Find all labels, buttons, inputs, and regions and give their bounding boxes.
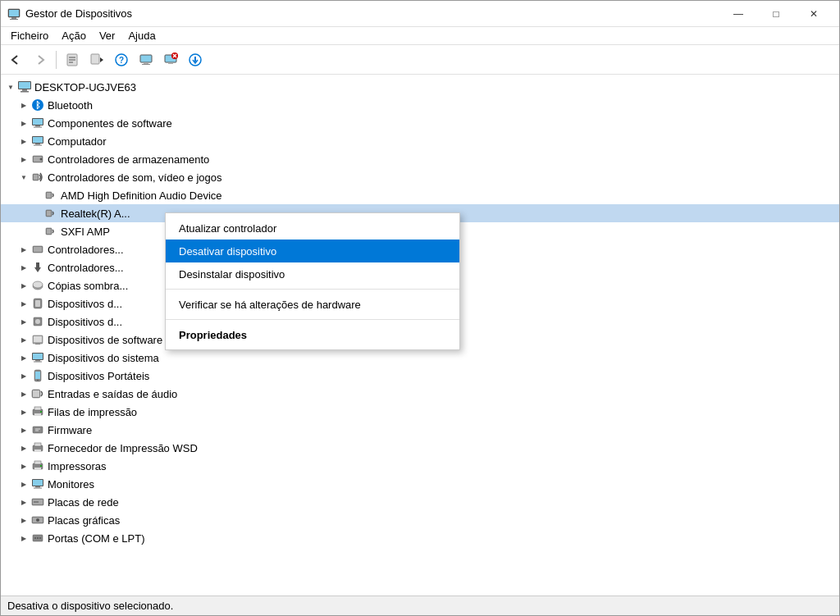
tree-item-software-components[interactable]: ▶ Componentes de software [1,114,839,132]
svg-point-38 [40,158,43,161]
tree-item-computer[interactable]: ▶ Computador [1,132,839,150]
monitors-label: Monitores [48,478,94,491]
printers-icon [30,459,45,473]
gpu-icon [30,513,45,527]
audio-icon [43,188,58,203]
download-button[interactable] [184,48,207,71]
sound-expander[interactable]: ▼ [17,171,30,184]
app-icon [7,7,21,21]
tree-item-sound[interactable]: ▼ Controladores de som, vídeo e jogos [1,168,839,186]
dev2-expander[interactable]: ▶ [17,315,30,328]
firmware-expander[interactable]: ▶ [17,423,30,436]
network-expander[interactable]: ▶ [17,495,30,509]
ctx-disable-device[interactable]: Desativar dispositivo [166,240,459,262]
window-title: Gestor de Dispositivos [25,7,719,20]
tree-item-gpu[interactable]: ▶ Placas gráficas [1,511,839,529]
maximize-button[interactable]: □ [757,1,795,27]
computer-expander[interactable]: ▶ [17,135,30,148]
svg-rect-78 [34,461,41,464]
ports-expander[interactable]: ▶ [17,532,30,545]
properties-button[interactable] [61,48,84,71]
system-icon [30,350,45,365]
tree-item-ports[interactable]: ▶ Portas (COM e LPT) [1,529,839,547]
tree-item-wsd[interactable]: ▶ Fornecedor de Impressão WSD [1,439,839,457]
svg-rect-44 [47,211,51,216]
ctrl1-expander[interactable]: ▶ [17,243,30,256]
tree-item-monitors[interactable]: ▶ Monitores [1,475,839,493]
portable-expander[interactable]: ▶ [17,369,30,382]
monitors-icon [30,477,45,491]
dev1-expander[interactable]: ▶ [17,297,30,310]
scan-button[interactable] [135,48,158,71]
storagectrl-expander[interactable]: ▶ [17,153,30,166]
bluetooth-expander[interactable]: ▶ [17,98,30,112]
ctx-uninstall-device[interactable]: Desinstalar dispositivo [166,262,459,285]
tree-root[interactable]: ▼ DESKTOP-UGJVE63 [1,78,839,96]
menu-ver[interactable]: Ver [93,28,122,43]
minimize-button[interactable]: — [719,1,757,27]
network-label: Placas de rede [48,496,119,509]
ctrl2-icon [30,260,45,275]
storage-icon [30,152,45,167]
monitor-icon [30,116,45,130]
close-button[interactable]: ✕ [795,1,833,27]
update-driver-button[interactable] [85,48,108,71]
help-button[interactable]: ? [110,48,133,71]
svg-marker-9 [100,57,103,62]
system-label: Dispositivos do sistema [48,352,159,364]
wsd-expander[interactable]: ▶ [17,441,30,454]
svg-rect-14 [142,64,150,65]
tree-item-print-queue[interactable]: ▶ Filas de impressão [1,403,839,421]
printq-expander[interactable]: ▶ [17,405,30,418]
audio-io-label: Entradas e saídas de áudio [48,388,177,400]
svg-rect-60 [35,360,40,362]
portable-icon [30,368,45,383]
ctrl2-expander[interactable]: ▶ [17,261,30,274]
tree-item-storage-ctrl[interactable]: ▶ Controladores de armazenamento [1,150,839,168]
dev2-label: Dispositivos d... [48,316,122,328]
svg-rect-23 [19,82,30,89]
tree-item-audio-io[interactable]: ▶ Entradas e saídas de áudio [1,385,839,403]
ctx-update-driver[interactable]: Atualizar controlador [166,217,459,240]
menu-ficheiro[interactable]: Ficheiro [4,28,55,43]
dev1-icon [30,296,45,311]
tree-item-firmware[interactable]: ▶ Firmware [1,421,839,439]
tree-item-amd-audio[interactable]: ▶ AMD High Definition Audio Device [1,186,839,204]
monitors-expander[interactable]: ▶ [17,477,30,491]
shadow-label: Cópias sombra... [48,280,128,292]
system-expander[interactable]: ▶ [17,351,30,364]
back-button[interactable] [4,48,27,71]
svg-rect-31 [34,127,42,128]
svg-rect-13 [144,62,148,64]
window-controls: — □ ✕ [719,1,833,27]
softdev-expander[interactable]: ▶ [17,333,30,346]
tree-item-portable[interactable]: ▶ Dispositivos Portáteis [1,367,839,385]
tree-item-printers[interactable]: ▶ Impressoras [1,457,839,475]
ports-icon [30,531,45,545]
tree-item-system[interactable]: ▶ Dispositivos do sistema [1,349,839,367]
shadow-expander[interactable]: ▶ [17,279,30,292]
svg-rect-83 [35,486,40,488]
menu-ajuda[interactable]: Ajuda [121,28,162,43]
tree-item-network[interactable]: ▶ Placas de rede [1,493,839,511]
ctx-scan-changes[interactable]: Verificar se há alterações de hardware [166,293,459,316]
svg-rect-57 [35,344,40,345]
uninstall-button[interactable] [159,48,182,71]
status-bar: Desativa o dispositivo selecionado. [1,595,839,615]
menu-acao[interactable]: Ação [55,28,93,43]
svg-rect-8 [91,54,99,64]
tree-item-bluetooth[interactable]: ▶ ᛒ Bluetooth [1,96,839,114]
audio-io-expander[interactable]: ▶ [17,387,30,400]
svg-point-96 [39,537,41,539]
ctx-properties[interactable]: Propriedades [166,323,459,346]
printers-expander[interactable]: ▶ [17,459,30,472]
svg-rect-12 [140,55,152,62]
gpu-expander[interactable]: ▶ [17,513,30,527]
ports-label: Portas (COM e LPT) [48,532,144,545]
forward-button[interactable] [29,48,52,71]
softcomp-expander[interactable]: ▶ [17,116,30,130]
root-expander[interactable]: ▼ [4,80,17,94]
svg-rect-1 [9,10,19,16]
svg-rect-46 [47,229,51,234]
realtek-icon [43,206,58,221]
